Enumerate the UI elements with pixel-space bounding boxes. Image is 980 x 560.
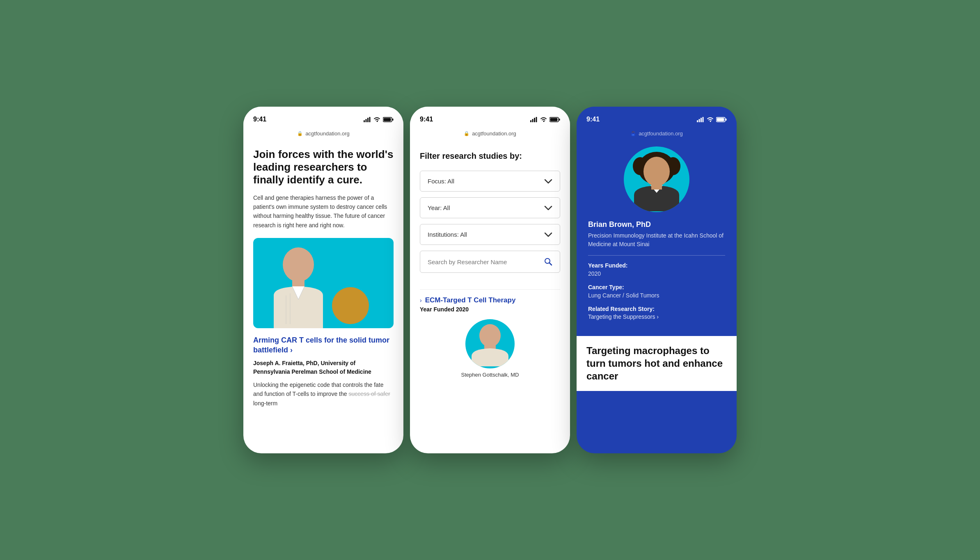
- person-silhouette: [266, 242, 331, 328]
- lock-icon-1: 🔒: [297, 131, 303, 136]
- phones-container: 9:41 �: [240, 107, 740, 453]
- svg-rect-2: [367, 118, 369, 122]
- year-filter[interactable]: Year: All: [420, 197, 560, 218]
- divider: [588, 255, 725, 256]
- bottom-headline: Targeting macrophages to turn tumors hot…: [586, 344, 727, 383]
- researcher-avatar-2: [465, 319, 515, 368]
- research-title[interactable]: ECM-Targed T Cell Therapy: [425, 296, 516, 304]
- lock-icon-3: 🔒: [630, 131, 636, 136]
- status-bar-3: 9:41: [577, 107, 737, 127]
- signal-icon-2: [530, 117, 538, 122]
- svg-rect-17: [559, 119, 560, 121]
- researcher-institution: Precision Immunology Institute at the Ic…: [588, 231, 725, 249]
- researcher-portrait: [628, 148, 685, 211]
- gold-decoration: [332, 287, 369, 324]
- research-item: › ECM-Targed T Cell Therapy Year Funded …: [420, 289, 560, 378]
- svg-rect-3: [369, 117, 371, 122]
- svg-rect-13: [534, 118, 535, 122]
- time-1: 9:41: [253, 116, 266, 123]
- cancer-type-section: Cancer Type: Lung Cancer / Solid Tumors: [588, 284, 725, 300]
- phone3-bottom-section: Targeting macrophages to turn tumors hot…: [577, 336, 737, 391]
- cancer-type-label: Cancer Type:: [588, 284, 725, 290]
- chevron-down-icon-institutions: [544, 232, 552, 237]
- years-funded-label: Years Funded:: [588, 262, 725, 269]
- svg-rect-12: [532, 119, 534, 122]
- related-story-section: Related Research Story: Targeting the Su…: [588, 306, 725, 320]
- url-bar-3: 🔒 acgtfoundation.org: [577, 127, 737, 140]
- related-story-link[interactable]: Targeting the Suppressors ›: [588, 313, 659, 320]
- svg-rect-0: [364, 120, 365, 122]
- chevron-right-icon: ›: [420, 297, 422, 304]
- search-input[interactable]: [428, 258, 544, 265]
- body-text: Cell and gene therapies harness the powe…: [253, 193, 394, 230]
- svg-rect-16: [550, 118, 558, 121]
- search-icon: [544, 258, 552, 266]
- phone-1: 9:41 �: [243, 107, 403, 453]
- signal-icon: [364, 117, 371, 122]
- hero-image: [253, 238, 394, 328]
- phone1-content: Join forces with the world's leading res…: [243, 140, 403, 453]
- focus-label: Focus: All: [428, 178, 454, 185]
- svg-rect-5: [384, 118, 391, 121]
- related-story-label: Related Research Story:: [588, 306, 725, 312]
- status-bar-2: 9:41: [410, 107, 570, 127]
- svg-line-19: [550, 263, 552, 265]
- url-bar-2: 🔒 acgtfoundation.org: [410, 127, 570, 140]
- person-icon-2: [469, 321, 511, 366]
- search-box[interactable]: [420, 251, 560, 273]
- svg-rect-25: [703, 117, 704, 122]
- svg-rect-8: [292, 278, 305, 286]
- year-label: Year: All: [428, 204, 450, 211]
- wifi-icon: [373, 117, 380, 122]
- url-text-3: acgtfoundation.org: [639, 130, 683, 137]
- svg-rect-1: [366, 119, 367, 122]
- researcher-details: Brian Brown, PhD Precision Immunology In…: [586, 220, 727, 320]
- researcher-profile-section: Brian Brown, PhD Precision Immunology In…: [577, 140, 737, 336]
- chevron-down-icon-focus: [544, 179, 552, 184]
- url-text-2: acgtfoundation.org: [472, 130, 516, 137]
- phone-3: 9:41 �: [577, 107, 737, 453]
- battery-icon-2: [550, 117, 560, 122]
- url-text-1: acgtfoundation.org: [305, 130, 350, 137]
- svg-rect-33: [651, 184, 662, 190]
- svg-rect-14: [536, 117, 537, 122]
- status-icons-2: [530, 117, 560, 122]
- filter-title: Filter research studies by:: [420, 148, 560, 161]
- chevron-down-icon-year: [544, 206, 552, 210]
- battery-icon-3: [716, 117, 727, 122]
- time-2: 9:41: [420, 116, 433, 123]
- author-text: Joseph A. Fraietta, PhD, University of P…: [253, 359, 394, 376]
- phone2-content: Filter research studies by: Focus: All Y…: [410, 140, 570, 453]
- time-3: 9:41: [586, 116, 600, 123]
- institutions-label: Institutions: All: [428, 231, 467, 238]
- focus-filter[interactable]: Focus: All: [420, 171, 560, 192]
- svg-rect-11: [530, 120, 531, 122]
- institutions-filter[interactable]: Institutions: All: [420, 224, 560, 245]
- svg-rect-23: [699, 119, 700, 122]
- status-bar-1: 9:41: [243, 107, 403, 127]
- year-funded: Year Funded 2020: [420, 306, 560, 313]
- preview-text: Unlocking the epigenetic code that contr…: [253, 380, 394, 408]
- researcher-name: Brian Brown, PhD: [588, 220, 725, 229]
- status-icons-1: [364, 117, 394, 122]
- svg-rect-24: [701, 118, 702, 122]
- researcher-name-label: Stephen Gottschalk, MD: [420, 372, 560, 378]
- preview-strikethrough: success of safer: [348, 391, 390, 397]
- svg-point-7: [283, 247, 314, 282]
- years-funded-section: Years Funded: 2020: [588, 262, 725, 278]
- svg-point-32: [643, 157, 670, 186]
- phone-2: 9:41 �: [410, 107, 570, 453]
- svg-rect-22: [697, 120, 698, 122]
- research-item-title-row: › ECM-Targed T Cell Therapy: [420, 296, 560, 304]
- preview-end: long-term: [253, 400, 277, 407]
- cancer-type-value: Lung Cancer / Solid Tumors: [588, 291, 725, 300]
- lock-icon-2: 🔒: [464, 131, 469, 136]
- signal-icon-3: [697, 117, 704, 122]
- battery-icon: [383, 117, 394, 122]
- wifi-icon-3: [707, 117, 714, 122]
- main-headline: Join forces with the world's leading res…: [253, 148, 394, 187]
- article-link[interactable]: Arming CAR T cells for the solid tumor b…: [253, 336, 394, 355]
- svg-rect-27: [717, 118, 724, 121]
- years-funded-value: 2020: [588, 270, 725, 278]
- status-icons-3: [697, 117, 727, 122]
